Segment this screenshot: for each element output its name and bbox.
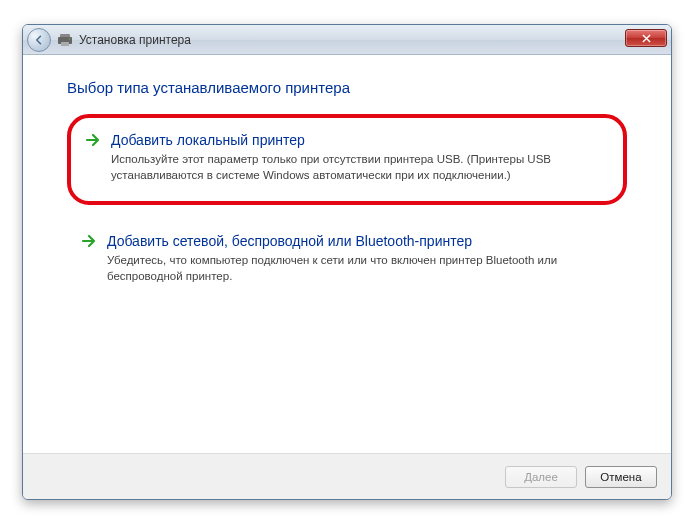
option-title: Добавить сетевой, беспроводной или Bluet… [107, 233, 472, 249]
printer-icon [57, 32, 73, 48]
option-head: Добавить сетевой, беспроводной или Bluet… [81, 233, 613, 249]
page-heading: Выбор типа устанавливаемого принтера [67, 79, 627, 96]
cancel-button[interactable]: Отмена [585, 466, 657, 488]
footer: Далее Отмена [23, 453, 671, 499]
back-arrow-icon [33, 34, 45, 46]
arrow-right-icon [85, 132, 101, 148]
next-button: Далее [505, 466, 577, 488]
option-local-printer[interactable]: Добавить локальный принтер Используйте э… [67, 114, 627, 205]
content-area: Выбор типа устанавливаемого принтера Доб… [23, 55, 671, 453]
close-icon [642, 34, 651, 43]
close-button[interactable] [625, 29, 667, 47]
option-description: Используйте этот параметр только при отс… [111, 152, 609, 183]
option-head: Добавить локальный принтер [85, 132, 609, 148]
option-title: Добавить локальный принтер [111, 132, 305, 148]
svg-point-3 [69, 38, 71, 40]
option-network-printer[interactable]: Добавить сетевой, беспроводной или Bluet… [67, 221, 627, 298]
option-description: Убедитесь, что компьютер подключен к сет… [107, 253, 613, 284]
svg-rect-2 [61, 42, 69, 46]
titlebar: Установка принтера [23, 25, 671, 55]
wizard-window: Установка принтера Выбор типа устанавлив… [22, 24, 672, 500]
back-button[interactable] [27, 28, 51, 52]
arrow-right-icon [81, 233, 97, 249]
window-title: Установка принтера [79, 33, 191, 47]
